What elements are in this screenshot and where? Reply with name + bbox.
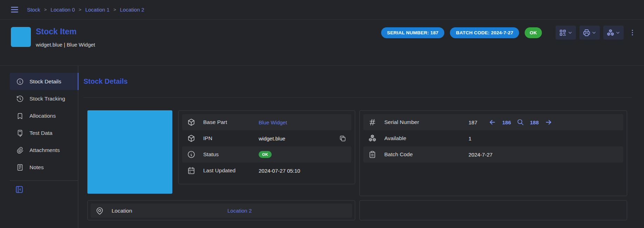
status-badge: OK [525, 27, 542, 38]
page-header: Stock Item widget.blue | Blue Widget SER… [0, 20, 644, 66]
calendar-icon [187, 166, 195, 175]
hamburger-menu-icon[interactable] [10, 5, 19, 14]
chevron-down-icon [615, 30, 620, 35]
location-table: Location Location 2 [87, 200, 355, 220]
sidebar-item-test-data[interactable]: Test Data [10, 124, 78, 141]
batch-code-badge: BATCH CODE: 2024-7-27 [450, 27, 519, 38]
stock-item-thumbnail[interactable] [11, 27, 31, 47]
arrow-right-icon[interactable] [545, 118, 552, 126]
panel-divider [84, 97, 632, 98]
sidebar-item-label: Attachments [29, 147, 60, 153]
barcode-actions-button[interactable] [556, 26, 576, 40]
empty-panel-card [359, 200, 627, 220]
breadcrumb-separator: > [113, 7, 116, 12]
details-table: Base Part Blue Widget IPN widget.blue St… [178, 110, 355, 184]
page-subtitle: widget.blue | Blue Widget [36, 42, 95, 48]
last-updated-value: 2024-07-27 05:10 [259, 168, 300, 174]
arrow-left-icon[interactable] [489, 118, 496, 126]
sidebar-divider [10, 180, 78, 181]
batch-code-value: 2024-7-27 [469, 152, 492, 158]
sidebar-item-stock-details[interactable]: Stock Details [10, 73, 78, 90]
row-label: Last Updated [203, 167, 259, 174]
row-label: Base Part [203, 119, 259, 125]
row-label: Available [384, 135, 469, 141]
stock-item-image[interactable] [87, 110, 172, 194]
breadcrumb: Stock > Location 0 > Location 1 > Locati… [27, 7, 144, 13]
paperclip-icon [16, 146, 24, 154]
sidebar-item-allocations[interactable]: Allocations [10, 107, 78, 124]
action-buttons [556, 26, 624, 40]
sidebar-collapse-icon[interactable] [15, 185, 24, 194]
row-label: IPN [203, 135, 259, 141]
stock-operations-button[interactable] [603, 26, 624, 40]
clipboard-icon [368, 150, 377, 159]
available-value: 1 [469, 136, 471, 141]
table-row-ipn: IPN widget.blue [182, 130, 351, 146]
qr-code-icon [559, 29, 567, 37]
sidebar-item-label: Stock Details [29, 78, 61, 85]
breadcrumb-bar: Stock > Location 0 > Location 1 > Locati… [0, 0, 644, 20]
sidebar-item-attachments[interactable]: Attachments [10, 141, 78, 159]
notes-icon [16, 164, 24, 171]
stock-cubes-icon [368, 134, 377, 143]
printer-icon [583, 29, 591, 37]
history-icon [16, 95, 24, 103]
chevron-down-icon [591, 30, 597, 35]
bookmark-icon [16, 112, 24, 120]
serial-number-value: 187 [469, 119, 489, 125]
page-title: Stock Item [36, 27, 77, 36]
test-report-icon [16, 129, 24, 137]
breadcrumb-link-stock[interactable]: Stock [27, 7, 40, 13]
breadcrumb-link-location-0[interactable]: Location 0 [51, 7, 75, 13]
table-row-last-updated: Last Updated 2024-07-27 05:10 [182, 163, 351, 179]
breadcrumb-link-location-2[interactable]: Location 2 [120, 7, 144, 13]
table-row-base-part: Base Part Blue Widget [182, 114, 351, 130]
table-row-serial-number: Serial Number 187 186 188 [363, 114, 623, 130]
row-label: Location [112, 208, 227, 214]
row-label: Status [203, 151, 259, 158]
table-row-batch-code: Batch Code 2024-7-27 [363, 146, 623, 163]
box-icon [187, 118, 195, 126]
breadcrumb-separator: > [44, 7, 47, 12]
sidebar-item-stock-tracking[interactable]: Stock Tracking [10, 90, 78, 107]
row-label: Batch Code [384, 151, 469, 158]
panel-heading: Stock Details [84, 77, 128, 85]
info-circle-icon [16, 78, 24, 85]
sidebar-item-label: Notes [29, 164, 44, 171]
table-row-available: Available 1 [363, 130, 623, 146]
previous-serial-link[interactable]: 186 [502, 119, 511, 125]
stock-table: Serial Number 187 186 188 Available 1 [359, 110, 627, 196]
copy-icon[interactable] [339, 135, 346, 142]
location-link[interactable]: Location 2 [227, 208, 252, 214]
map-pin-icon [95, 207, 104, 215]
sidebar: Stock Details Stock Tracking Allocations… [10, 66, 78, 228]
next-serial-link[interactable]: 188 [530, 119, 539, 125]
hash-icon [368, 118, 377, 126]
sidebar-item-label: Test Data [29, 130, 52, 136]
chevron-down-icon [567, 30, 573, 35]
base-part-link[interactable]: Blue Widget [259, 119, 287, 125]
info-circle-icon [187, 150, 195, 159]
row-label: Serial Number [384, 119, 469, 125]
box-icon [187, 134, 195, 143]
breadcrumb-link-location-1[interactable]: Location 1 [85, 7, 109, 13]
printing-actions-button[interactable] [579, 26, 600, 40]
sidebar-item-label: Allocations [29, 113, 56, 119]
sidebar-item-notes[interactable]: Notes [10, 159, 78, 176]
search-icon[interactable] [517, 119, 524, 126]
header-actions: SERIAL NUMBER: 187 BATCH CODE: 2024-7-27… [376, 26, 636, 40]
status-ok-badge: OK [259, 151, 272, 158]
table-row-status: Status OK [182, 146, 351, 163]
sidebar-item-label: Stock Tracking [29, 96, 65, 102]
table-row-location: Location Location 2 [91, 203, 352, 218]
stock-cubes-icon [606, 29, 615, 37]
serial-navigation: 186 188 [489, 118, 552, 126]
breadcrumb-separator: > [79, 7, 81, 12]
ipn-value: widget.blue [259, 136, 285, 141]
serial-number-badge: SERIAL NUMBER: 187 [381, 27, 445, 38]
overflow-menu-button[interactable] [629, 29, 636, 36]
